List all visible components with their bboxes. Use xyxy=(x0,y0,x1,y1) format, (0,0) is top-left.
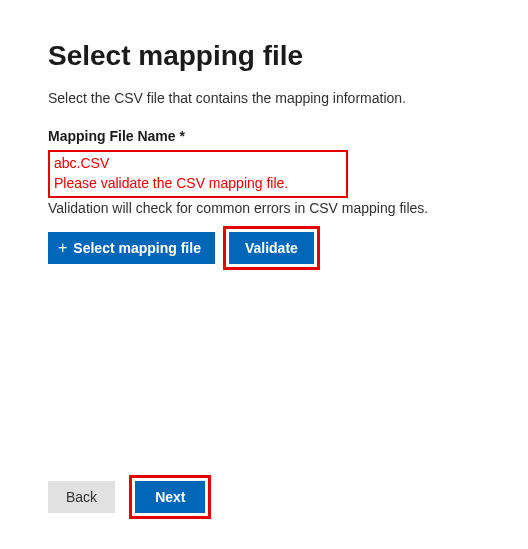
error-message-text: Please validate the CSV mapping file. xyxy=(54,174,342,194)
select-mapping-file-button[interactable]: + Select mapping file xyxy=(48,232,215,264)
dialog-content: Select mapping file Select the CSV file … xyxy=(0,0,528,270)
validate-highlight: Validate xyxy=(223,226,320,270)
page-description: Select the CSV file that contains the ma… xyxy=(48,90,480,106)
validation-hint: Validation will check for common errors … xyxy=(48,200,480,216)
select-button-label: Select mapping file xyxy=(73,240,201,256)
field-label: Mapping File Name * xyxy=(48,128,480,144)
validate-button[interactable]: Validate xyxy=(229,232,314,264)
file-name-text: abc.CSV xyxy=(54,154,342,174)
page-title: Select mapping file xyxy=(48,40,480,72)
footer-button-row: Back Next xyxy=(48,475,211,519)
next-button[interactable]: Next xyxy=(135,481,205,513)
next-highlight: Next xyxy=(129,475,211,519)
action-button-row: + Select mapping file Validate xyxy=(48,226,480,270)
back-button[interactable]: Back xyxy=(48,481,115,513)
validation-error-box: abc.CSV Please validate the CSV mapping … xyxy=(48,150,348,198)
plus-icon: + xyxy=(58,240,67,256)
